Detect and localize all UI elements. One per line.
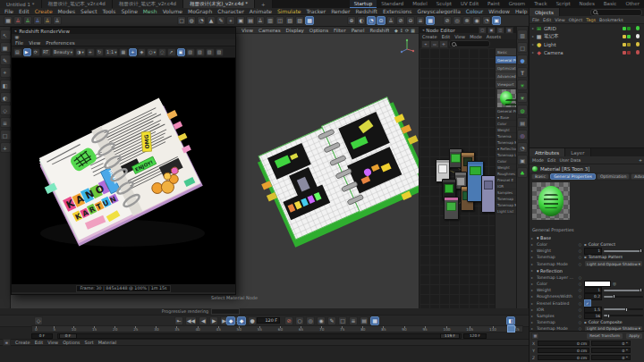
layout-tab[interactable]: Track (530, 0, 551, 8)
layout-tab[interactable]: Basic (599, 0, 622, 8)
coordinates-icon[interactable]: ▦ (531, 333, 539, 340)
color-swatch[interactable] (584, 281, 611, 287)
keyframe-dot-icon[interactable]: ○ (578, 314, 582, 318)
palette-icon[interactable]: ▦ (0, 42, 11, 53)
viewport-menu-item[interactable]: Options (309, 28, 328, 33)
menu-item[interactable]: File (4, 8, 13, 14)
row-caret-icon[interactable]: ▸ (531, 242, 535, 247)
inspector-tab[interactable]: Viewport (496, 80, 518, 88)
tool-icon[interactable]: ▩ (305, 16, 314, 25)
row-caret-icon[interactable]: ▸ (531, 294, 535, 299)
keyframe-dot-icon[interactable]: ○ (578, 255, 582, 259)
viewport-menu-item[interactable]: Cameras (258, 28, 280, 33)
inspector-row[interactable]: Weight (496, 164, 518, 171)
renderview-tool-icon[interactable]: ○▾ (147, 48, 157, 56)
renderview-tool-icon[interactable]: ◌ (158, 48, 166, 56)
tool-icon[interactable]: ◐ (357, 16, 366, 25)
tool-icon[interactable]: ▢ (177, 16, 186, 25)
menu-item[interactable]: Mesh (143, 8, 157, 14)
tool-icon[interactable]: ◔ (197, 16, 206, 25)
layout-tab[interactable]: Other (621, 0, 644, 8)
keyframe-dot-icon[interactable]: ○ (578, 242, 582, 247)
strip-icon[interactable]: ◍ (517, 105, 528, 115)
keyframe-button[interactable]: ● (248, 316, 257, 325)
keyframe-button[interactable]: ◆ (237, 316, 246, 325)
inspector-row[interactable]: Color (496, 121, 518, 127)
key-mode-button[interactable]: ⊘ (284, 316, 293, 325)
renderview-menu-item[interactable]: View (29, 40, 40, 46)
tool-icon[interactable]: ▣ (492, 16, 501, 25)
menu-item[interactable]: Volume (163, 8, 182, 14)
visibility-chip[interactable] (627, 43, 631, 46)
attribute-control[interactable]: Color Correct Color Correct Color Correc… (584, 242, 643, 247)
strip-icon[interactable]: ▤ (517, 117, 528, 128)
renderview-tool-icon[interactable]: Beauty▾ (52, 48, 74, 56)
panel-corner-icon[interactable]: ▦ (505, 27, 513, 34)
palette-icon[interactable]: ◇ (0, 105, 11, 115)
renderview-tool-icon[interactable]: ↻ (96, 48, 104, 56)
strip-icon[interactable]: ✳ (517, 80, 528, 90)
tool-icon[interactable]: ♙ (53, 16, 62, 25)
tool-icon[interactable]: ⊕ (347, 16, 356, 25)
palette-icon[interactable]: □ (0, 130, 11, 140)
tool-icon[interactable]: ⊘ (396, 16, 405, 25)
tool-icon[interactable]: ⊘ (443, 16, 452, 25)
menu-item[interactable]: Animate (250, 8, 272, 14)
palette-icon[interactable]: ◧ (0, 80, 11, 90)
menu-item[interactable]: Colour (466, 8, 483, 14)
tool-icon[interactable]: ◔ (367, 16, 376, 25)
add-attribute-button[interactable]: + (639, 158, 642, 163)
attribute-tab[interactable]: Attributes (530, 148, 565, 156)
eyedropper-icon[interactable]: ◎ (613, 282, 616, 286)
material-menu-item[interactable]: Material (98, 340, 116, 345)
keyframe-dot-icon[interactable]: ○ (578, 275, 582, 280)
tool-icon[interactable]: ◫ (275, 16, 284, 25)
rotation-field[interactable]: 0 ° (591, 348, 631, 353)
object-toggles[interactable] (623, 42, 642, 46)
renderview-tool-icon[interactable]: ⟳ (32, 48, 40, 56)
material-menu-item[interactable]: View (47, 340, 58, 345)
inspector-row[interactable]: Light List (496, 208, 518, 215)
inspector-row[interactable]: Color (496, 158, 518, 164)
renderview-titlebar[interactable]: ◂ Redshift RenderView (12, 28, 235, 34)
tool-icon[interactable]: ♙ (13, 16, 22, 25)
rotation-field[interactable]: 0 ° (591, 355, 631, 360)
tool-icon[interactable]: ▣ (236, 16, 245, 25)
material-dot[interactable] (636, 26, 640, 30)
attribute-control[interactable]: 1 1 1▾ ◎ (584, 248, 643, 255)
object-menu-item[interactable]: Tags (586, 18, 596, 22)
tool-icon[interactable]: ▲ (207, 16, 216, 25)
tool-icon[interactable]: ⌖ (226, 16, 235, 25)
property-tab[interactable]: General Properties (550, 173, 596, 180)
inspector-row[interactable]: IOR (496, 183, 518, 189)
material-dot[interactable] (636, 42, 640, 46)
node-editor-menu-item[interactable]: View (454, 34, 465, 39)
viewport-corner-icon[interactable]: ↕ (400, 28, 403, 33)
row-caret-icon[interactable]: ▸ (531, 236, 535, 240)
row-caret-icon[interactable]: ▸ (531, 282, 535, 286)
renderview-tool-icon[interactable]: ▧ (216, 48, 225, 56)
inspector-row[interactable]: Tonemap L (496, 152, 518, 158)
object-menu-item[interactable]: Object (569, 18, 583, 22)
layout-tab[interactable]: Paint (483, 0, 504, 8)
coordinates-button[interactable]: Apply (625, 333, 643, 340)
document-tab[interactable]: 相册设计_笔记本_v2r.c4d (42, 0, 113, 8)
menu-item[interactable]: Tracker (307, 8, 326, 14)
row-caret-icon[interactable]: ▸ (531, 268, 535, 273)
menu-item[interactable]: Extensions (383, 8, 412, 14)
preview-end-handle[interactable]: 119 F (440, 333, 460, 339)
viewport-menu-item[interactable]: View (242, 28, 253, 33)
menu-item[interactable]: Select (80, 8, 97, 14)
panel-corner-icon[interactable]: ◫ (496, 27, 504, 34)
inspector-row[interactable]: ▾ Base (496, 114, 518, 121)
inspector-row[interactable]: Tonemap M (496, 202, 518, 208)
tool-icon[interactable]: ▤ (246, 16, 255, 25)
key-edit-button[interactable]: □ (338, 316, 347, 325)
key-mode-button[interactable]: ◉ (317, 316, 326, 325)
keyframe-dot-icon[interactable]: ○ (578, 307, 582, 312)
layout-tab[interactable]: Sculpt (432, 0, 456, 8)
palette-icon[interactable]: ✎ (0, 55, 11, 65)
viewport-corner-icon[interactable]: ⟳ (405, 28, 409, 33)
attribute-control[interactable]: Light and Opaque Shadow Light and Opaque… (584, 260, 643, 267)
viewport-menu-item[interactable]: Redshift (370, 28, 390, 33)
